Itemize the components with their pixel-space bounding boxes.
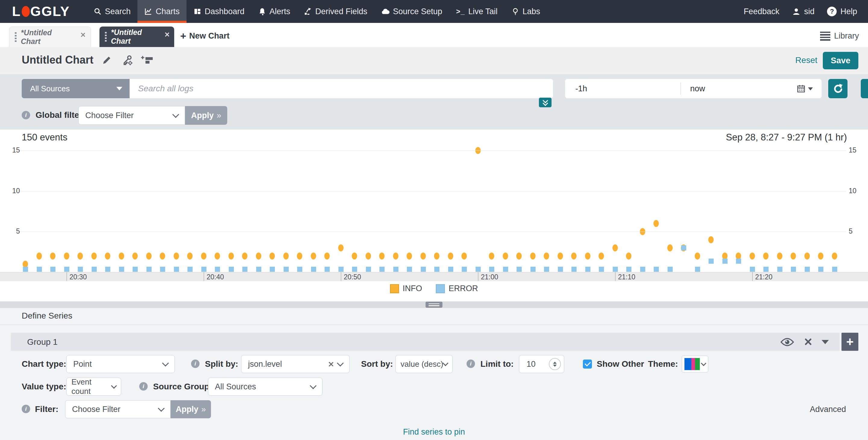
refresh-button[interactable] xyxy=(828,79,847,98)
info-point[interactable] xyxy=(105,253,110,259)
feedback-link[interactable]: Feedback xyxy=(744,7,779,16)
error-point[interactable] xyxy=(297,267,302,272)
add-to-dashboard-button[interactable] xyxy=(141,56,153,66)
info-point[interactable] xyxy=(407,253,412,259)
error-point[interactable] xyxy=(626,267,631,272)
info-point[interactable] xyxy=(708,236,714,243)
info-point[interactable] xyxy=(613,244,618,251)
info-point[interactable] xyxy=(174,253,179,259)
error-point[interactable] xyxy=(832,267,837,272)
nav-item-derived-fields[interactable]: Derived Fields xyxy=(297,0,374,23)
info-point[interactable] xyxy=(338,244,344,251)
error-point[interactable] xyxy=(78,267,83,272)
time-to-input[interactable]: now xyxy=(690,84,705,93)
error-point[interactable] xyxy=(174,267,179,272)
value-type-select[interactable]: Event count xyxy=(66,378,121,396)
info-point[interactable] xyxy=(64,253,69,259)
error-point[interactable] xyxy=(201,267,207,272)
caret-down-icon[interactable] xyxy=(808,87,813,90)
error-point[interactable] xyxy=(517,267,522,272)
error-point[interactable] xyxy=(791,267,796,272)
user-menu[interactable]: sid xyxy=(792,7,815,16)
info-point[interactable] xyxy=(421,253,426,259)
info-point[interactable] xyxy=(626,253,631,259)
limit-input[interactable]: 10 xyxy=(519,355,564,373)
resize-divider[interactable] xyxy=(0,302,868,308)
info-point[interactable] xyxy=(503,253,508,259)
info-point[interactable] xyxy=(790,253,796,259)
error-point[interactable] xyxy=(242,267,247,272)
nav-item-live-tail[interactable]: >_ Live Tail xyxy=(449,0,504,23)
nav-item-dashboard[interactable]: Dashboard xyxy=(187,0,251,23)
nav-item-search[interactable]: Search xyxy=(87,0,138,23)
legend-item-error[interactable]: ERROR xyxy=(436,284,478,293)
error-point[interactable] xyxy=(64,267,69,272)
group-1-bar[interactable]: Group 1 xyxy=(11,333,840,351)
info-point[interactable] xyxy=(187,253,193,259)
error-point[interactable] xyxy=(105,267,110,272)
close-icon[interactable] xyxy=(80,32,86,38)
error-point[interactable] xyxy=(119,267,124,272)
error-point[interactable] xyxy=(366,267,371,272)
info-point[interactable] xyxy=(50,253,56,259)
error-point[interactable] xyxy=(284,267,289,272)
error-point[interactable] xyxy=(37,267,42,272)
info-point[interactable] xyxy=(763,253,769,259)
drag-grip-icon[interactable] xyxy=(105,32,107,41)
info-point[interactable] xyxy=(585,253,590,259)
error-point[interactable] xyxy=(544,267,549,272)
split-by-field[interactable]: json.level xyxy=(241,355,350,373)
info-point[interactable] xyxy=(215,253,220,259)
info-point[interactable] xyxy=(146,253,152,259)
find-series-to-pin-link[interactable]: Find series to pin xyxy=(0,427,868,437)
error-point[interactable] xyxy=(736,258,741,264)
nav-item-source-setup[interactable]: Source Setup xyxy=(374,0,450,23)
info-point[interactable] xyxy=(461,253,467,259)
derived-field-key-button[interactable] xyxy=(122,55,133,67)
source-group-dropdown[interactable]: All Sources xyxy=(22,79,130,98)
info-point[interactable] xyxy=(818,253,824,259)
info-icon[interactable]: i xyxy=(22,111,30,119)
global-filter-select[interactable]: Choose Filter xyxy=(79,106,185,125)
error-point[interactable] xyxy=(407,267,412,272)
info-point[interactable] xyxy=(571,253,577,259)
error-point[interactable] xyxy=(448,267,453,272)
nav-item-charts[interactable]: Charts xyxy=(137,0,187,23)
error-point[interactable] xyxy=(92,267,97,272)
edit-title-button[interactable] xyxy=(102,55,112,66)
info-icon[interactable]: i xyxy=(191,359,199,368)
error-point[interactable] xyxy=(393,267,398,272)
chart-type-select[interactable]: Point xyxy=(66,355,175,373)
tab-untitled-chart-2[interactable]: *Untitled Chart xyxy=(99,27,174,47)
error-point[interactable] xyxy=(668,267,673,272)
info-point[interactable] xyxy=(653,220,659,227)
clear-field-icon[interactable] xyxy=(328,362,334,367)
info-point[interactable] xyxy=(324,253,330,259)
error-point[interactable] xyxy=(818,267,824,272)
info-point[interactable] xyxy=(448,253,453,259)
theme-select[interactable] xyxy=(682,356,708,373)
error-point[interactable] xyxy=(489,267,494,272)
error-point[interactable] xyxy=(709,258,714,264)
error-point[interactable] xyxy=(640,267,645,272)
error-point[interactable] xyxy=(256,267,261,272)
info-point[interactable] xyxy=(749,253,755,259)
info-point[interactable] xyxy=(36,253,42,259)
side-panel-tab[interactable] xyxy=(861,79,868,98)
info-point[interactable] xyxy=(530,253,535,259)
info-point[interactable] xyxy=(132,253,138,259)
error-point[interactable] xyxy=(421,267,426,272)
error-point[interactable] xyxy=(50,267,56,272)
error-point[interactable] xyxy=(215,267,220,272)
info-point[interactable] xyxy=(544,253,549,259)
new-chart-button[interactable]: + New Chart xyxy=(180,30,229,42)
tab-untitled-chart-1[interactable]: *Untitled Chart xyxy=(9,27,91,48)
info-point[interactable] xyxy=(352,253,357,259)
info-point[interactable] xyxy=(804,253,810,259)
error-point[interactable] xyxy=(133,267,138,272)
info-icon[interactable]: i xyxy=(139,382,148,390)
info-point[interactable] xyxy=(598,253,604,259)
loggly-logo[interactable]: LGGLY xyxy=(12,0,70,23)
error-point[interactable] xyxy=(530,267,535,272)
error-point[interactable] xyxy=(558,267,563,272)
